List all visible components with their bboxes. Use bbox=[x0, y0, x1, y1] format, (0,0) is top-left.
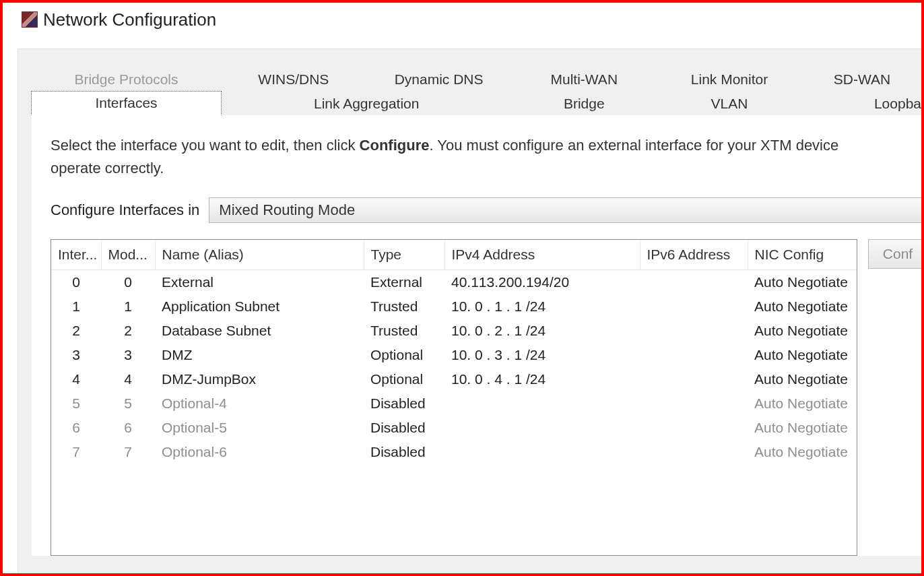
window-title: Network Configuration bbox=[43, 9, 216, 30]
help-text-pre: Select the interface you want to edit, t… bbox=[51, 137, 360, 154]
table-row[interactable]: 22Database SubnetTrusted10. 0 . 2 . 1 /2… bbox=[51, 319, 857, 343]
cell: External bbox=[155, 270, 364, 295]
tab-strip: Bridge Protocols WINS/DNS Dynamic DNS Mu… bbox=[32, 67, 922, 556]
cell: Optional-4 bbox=[155, 391, 364, 416]
tab-client-area: Select the interface you want to edit, t… bbox=[32, 115, 922, 556]
tab-vlan[interactable]: VLAN bbox=[657, 91, 802, 115]
tab-wins-dns[interactable]: WINS/DNS bbox=[221, 67, 366, 91]
table-row[interactable]: 33DMZOptional10. 0 . 3 . 1 /24Auto Negot… bbox=[51, 343, 857, 367]
cell bbox=[640, 294, 748, 319]
tab-dynamic-dns[interactable]: Dynamic DNS bbox=[366, 67, 512, 91]
tab-label: Bridge bbox=[564, 96, 605, 112]
configure-button[interactable]: Conf bbox=[868, 239, 922, 269]
routing-mode-select[interactable]: Mixed Routing Mode bbox=[209, 197, 922, 223]
routing-mode-value: Mixed Routing Mode bbox=[219, 201, 355, 219]
cell bbox=[640, 319, 748, 343]
cell: Auto Negotiate bbox=[748, 319, 857, 343]
cell: Disabled bbox=[364, 440, 444, 464]
col-type[interactable]: Type bbox=[364, 240, 444, 270]
cell: 1 bbox=[51, 294, 101, 319]
tab-link-monitor[interactable]: Link Monitor bbox=[657, 67, 802, 91]
cell: 2 bbox=[51, 319, 101, 343]
tab-label: Multi-WAN bbox=[551, 71, 618, 88]
title-bar: Network Configuration bbox=[3, 3, 921, 36]
cell: Disabled bbox=[364, 391, 444, 416]
interfaces-tbody: 00ExternalExternal40.113.200.194/20Auto … bbox=[51, 270, 857, 465]
cell: Auto Negotiate bbox=[748, 367, 857, 391]
tab-loopback[interactable]: Loopba bbox=[802, 91, 922, 115]
tab-multi-wan[interactable]: Multi-WAN bbox=[511, 67, 657, 91]
cell bbox=[640, 440, 748, 464]
table-area: Inter... Mod... Name (Alias) Type IPv4 A… bbox=[51, 239, 922, 556]
tab-bridge-protocols[interactable]: Bridge Protocols bbox=[32, 67, 221, 91]
cell: 10. 0 . 1 . 1 /24 bbox=[444, 294, 640, 319]
interfaces-table-wrap: Inter... Mod... Name (Alias) Type IPv4 A… bbox=[51, 239, 857, 556]
tab-interfaces[interactable]: Interfaces bbox=[31, 91, 222, 115]
side-buttons: Conf bbox=[868, 239, 922, 556]
cell: Optional bbox=[364, 343, 444, 367]
cell: Auto Negotiate bbox=[748, 270, 857, 295]
cell bbox=[640, 343, 748, 367]
cell: Auto Negotiate bbox=[748, 343, 857, 367]
tab-label: Dynamic DNS bbox=[395, 71, 484, 88]
col-ipv6[interactable]: IPv6 Address bbox=[640, 240, 748, 270]
table-row[interactable]: 11Application SubnetTrusted10. 0 . 1 . 1… bbox=[51, 294, 857, 319]
cell: Disabled bbox=[364, 416, 444, 440]
cell: Database Subnet bbox=[155, 319, 364, 343]
cell: 7 bbox=[51, 440, 101, 464]
help-text: Select the interface you want to edit, t… bbox=[51, 134, 922, 180]
table-header-row: Inter... Mod... Name (Alias) Type IPv4 A… bbox=[51, 240, 857, 270]
tab-label: Interfaces bbox=[95, 95, 157, 111]
cell: 6 bbox=[51, 416, 101, 440]
cell: Trusted bbox=[364, 319, 444, 343]
tab-label: Bridge Protocols bbox=[74, 71, 178, 88]
cell: Auto Negotiate bbox=[748, 294, 857, 319]
cell: 10. 0 . 2 . 1 /24 bbox=[444, 319, 640, 343]
table-row[interactable]: 44DMZ-JumpBoxOptional10. 0 . 4 . 1 /24Au… bbox=[51, 367, 857, 391]
tab-label: VLAN bbox=[711, 96, 748, 112]
tab-bridge[interactable]: Bridge bbox=[511, 91, 657, 115]
col-interface[interactable]: Inter... bbox=[51, 240, 101, 270]
col-module[interactable]: Mod... bbox=[101, 240, 155, 270]
col-name[interactable]: Name (Alias) bbox=[155, 240, 364, 270]
cell: 4 bbox=[101, 367, 155, 391]
cell bbox=[640, 367, 748, 391]
tab-sd-wan[interactable]: SD-WAN bbox=[802, 67, 922, 91]
help-text-bold: Configure bbox=[360, 137, 430, 154]
tab-row-bottom: Interfaces Link Aggregation Bridge VLAN … bbox=[32, 91, 922, 115]
cell: 5 bbox=[51, 391, 101, 416]
tab-label: Link Monitor bbox=[691, 71, 768, 88]
tab-link-aggregation[interactable]: Link Aggregation bbox=[222, 91, 511, 115]
cell: 2 bbox=[101, 319, 155, 343]
app-icon bbox=[22, 11, 38, 28]
cell bbox=[640, 416, 748, 440]
mode-label: Configure Interfaces in bbox=[51, 201, 199, 219]
tab-label: Link Aggregation bbox=[314, 96, 419, 112]
col-nic[interactable]: NIC Config bbox=[748, 240, 857, 270]
table-row[interactable]: 55Optional-4DisabledAuto Negotiate bbox=[51, 391, 857, 416]
cell bbox=[444, 391, 640, 416]
cell: External bbox=[364, 270, 444, 295]
cell: 6 bbox=[101, 416, 155, 440]
configure-button-label: Conf bbox=[883, 246, 913, 262]
interfaces-table[interactable]: Inter... Mod... Name (Alias) Type IPv4 A… bbox=[51, 240, 857, 464]
cell: 1 bbox=[101, 294, 155, 319]
col-ipv4[interactable]: IPv4 Address bbox=[444, 240, 640, 270]
help-text-line2: operate correctly. bbox=[51, 160, 164, 177]
window-frame: Network Configuration Bridge Protocols W… bbox=[0, 0, 924, 576]
tab-label: SD-WAN bbox=[834, 71, 890, 88]
help-text-post: . You must configure an external interfa… bbox=[429, 137, 838, 154]
cell: DMZ-JumpBox bbox=[155, 367, 364, 391]
tab-label: Loopba bbox=[874, 96, 921, 112]
cell: 10. 0 . 3 . 1 /24 bbox=[444, 343, 640, 367]
cell: 40.113.200.194/20 bbox=[444, 270, 640, 295]
table-row[interactable]: 00ExternalExternal40.113.200.194/20Auto … bbox=[51, 270, 857, 295]
cell: Optional bbox=[364, 367, 444, 391]
cell bbox=[640, 270, 748, 295]
cell: 4 bbox=[51, 367, 101, 391]
table-row[interactable]: 66Optional-5DisabledAuto Negotiate bbox=[51, 416, 857, 440]
mode-row: Configure Interfaces in Mixed Routing Mo… bbox=[51, 197, 922, 223]
cell: 10. 0 . 4 . 1 /24 bbox=[444, 367, 640, 391]
table-row[interactable]: 77Optional-6DisabledAuto Negotiate bbox=[51, 440, 857, 464]
cell: Auto Negotiate bbox=[748, 440, 857, 464]
